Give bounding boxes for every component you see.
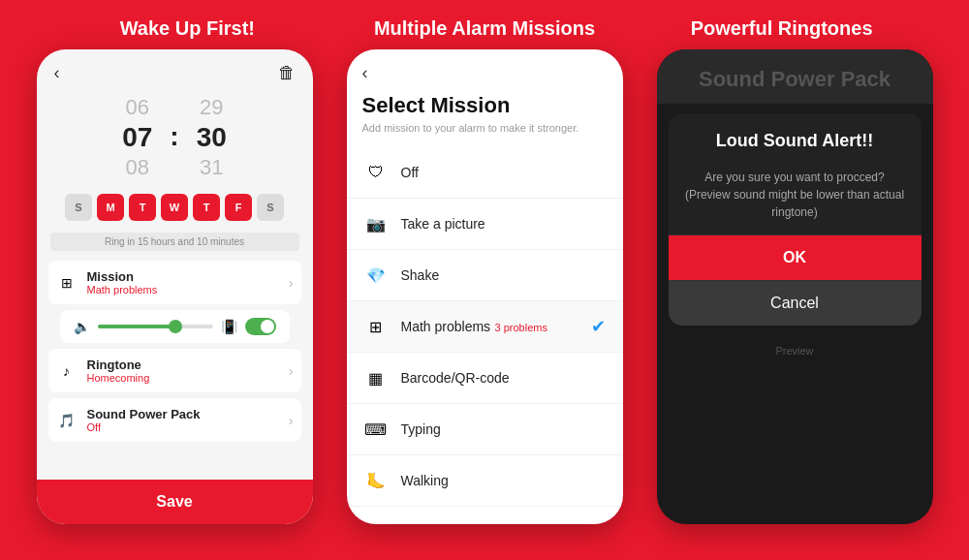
dialog-body: Are you sure you want to procced? (Previ…	[669, 169, 922, 234]
mission-sub-math: 3 problems	[495, 322, 547, 333]
time-picker: 06 07 08 : 29 30 31	[37, 89, 313, 186]
mission-setting[interactable]: ⊞ Mission Math problems ›	[48, 261, 301, 304]
barcode-icon: ▦	[364, 366, 388, 389]
sound-pack-setting[interactable]: 🎵 Sound Power Pack Off ›	[48, 398, 301, 442]
settings-list: ⊞ Mission Math problems › 🔈 📳 ♪	[37, 255, 313, 451]
day-selector: S M T W T F S	[37, 186, 313, 229]
mission-name-math: Math problems	[401, 319, 491, 334]
hour-current[interactable]: 07	[122, 122, 152, 153]
hour-col: 06 07 08	[122, 95, 152, 180]
dialog-overlay: Loud Sound Alert!! Are you sure you want…	[669, 113, 922, 326]
mission-item-typing[interactable]: ⌨ Typing	[347, 404, 623, 455]
shake-icon: 💎	[364, 264, 388, 287]
phone1-top-bar: ‹ 🗑	[37, 49, 313, 89]
save-button[interactable]: Save	[37, 480, 313, 524]
volume-row[interactable]: 🔈 📳	[60, 310, 290, 343]
ringtone-chevron: ›	[289, 363, 294, 379]
mission-icon: ⊞	[56, 272, 78, 294]
mission-item-barcode[interactable]: ▦ Barcode/QR-code	[347, 353, 623, 404]
preview-label: Preview	[671, 345, 920, 357]
mission-name-picture: Take a picture	[401, 216, 485, 232]
dialog-body-line2: (Preview sound might be lower than actua…	[684, 186, 906, 221]
minute-current[interactable]: 30	[197, 122, 227, 153]
minute-next: 31	[200, 155, 223, 180]
ringtone-icon: ♪	[56, 360, 78, 382]
volume-thumb	[169, 320, 182, 333]
ringtone-sub: Homecoming	[87, 372, 150, 384]
dialog-header: Loud Sound Alert!!	[669, 113, 922, 169]
mission-chevron: ›	[289, 275, 294, 291]
mission-back-arrow[interactable]: ‹	[362, 63, 608, 83]
phones-row: ‹ 🗑 06 07 08 : 29 30 31 S M T W T F S	[0, 49, 969, 560]
phone-ringtones: Sound Power Pack Loud Sound Alert!! Are …	[657, 49, 933, 524]
dialog-cancel-button[interactable]: Cancel	[669, 280, 922, 326]
mission-item-picture[interactable]: 📷 Take a picture	[347, 199, 623, 250]
mission-sub: Math problems	[87, 284, 158, 296]
mission-item-math[interactable]: ⊞ Math problems 3 problems ✔	[347, 301, 623, 353]
time-colon: :	[170, 121, 178, 152]
dialog-body-line1: Are you sure you want to procced?	[684, 169, 906, 186]
day-sat[interactable]: S	[257, 194, 284, 221]
ring-info: Ring in 15 hours and 10 minutes	[50, 233, 299, 251]
volume-high-icon: 📳	[221, 319, 237, 334]
camera-icon: 📷	[364, 212, 388, 235]
volume-toggle[interactable]	[245, 318, 276, 335]
off-icon: 🛡	[364, 161, 388, 184]
day-thu[interactable]: T	[193, 194, 220, 221]
mission-item-walking[interactable]: 🦶 Walking	[347, 455, 623, 507]
day-wed[interactable]: W	[161, 194, 188, 221]
walking-icon: 🦶	[364, 469, 388, 492]
phone-mission: ‹ Select Mission Add mission to your ala…	[347, 49, 623, 524]
sound-pack-chevron: ›	[289, 413, 294, 428]
preview-section: Preview	[657, 335, 933, 366]
ringtone-bg-title: Sound Power Pack	[671, 67, 920, 92]
ringtone-background: Sound Power Pack	[657, 49, 933, 104]
header-row: Wake Up First! Multiple Alarm Missions P…	[0, 0, 969, 49]
ringtone-label: Ringtone	[87, 358, 150, 372]
dialog-title: Loud Sound Alert!!	[684, 131, 906, 151]
mission-name-off: Off	[401, 165, 419, 180]
volume-low-icon: 🔈	[74, 319, 90, 334]
volume-slider[interactable]	[98, 325, 213, 328]
mission-subtitle: Add mission to your alarm to make it str…	[362, 122, 608, 134]
sound-pack-label: Sound Power Pack	[87, 407, 201, 421]
section-title-2: Multiple Alarm Missions	[349, 17, 620, 40]
mission-item-off[interactable]: 🛡 Off	[347, 147, 623, 199]
phone-wake-up: ‹ 🗑 06 07 08 : 29 30 31 S M T W T F S	[37, 49, 313, 524]
trash-icon[interactable]: 🗑	[278, 63, 296, 83]
back-arrow-icon[interactable]: ‹	[54, 63, 60, 83]
section-title-3: Powerful Ringtones	[646, 17, 918, 40]
mission-name-barcode: Barcode/QR-code	[401, 370, 510, 386]
mission-name-shake: Shake	[401, 267, 440, 283]
day-tue[interactable]: T	[129, 194, 156, 221]
hour-next: 08	[126, 155, 149, 180]
ringtone-setting[interactable]: ♪ Ringtone Homecoming ›	[48, 349, 301, 392]
math-icon: ⊞	[364, 315, 388, 338]
mission-check-icon: ✔	[591, 316, 606, 337]
mission-name-walking: Walking	[401, 473, 449, 488]
hour-prev: 06	[126, 95, 149, 120]
mission-name-typing: Typing	[401, 421, 441, 437]
minute-prev: 29	[200, 95, 223, 120]
day-fri[interactable]: F	[225, 194, 252, 221]
mission-header: ‹ Select Mission Add mission to your ala…	[347, 49, 623, 147]
mission-list: 🛡 Off 📷 Take a picture 💎 Shake	[347, 147, 623, 507]
mission-label: Mission	[87, 269, 158, 284]
mission-item-shake[interactable]: 💎 Shake	[347, 250, 623, 301]
typing-icon: ⌨	[364, 418, 388, 441]
sound-pack-sub: Off	[87, 421, 201, 433]
sound-pack-icon: 🎵	[56, 410, 78, 431]
day-mon[interactable]: M	[97, 194, 124, 221]
day-sun[interactable]: S	[65, 194, 92, 221]
dialog-ok-button[interactable]: OK	[669, 234, 922, 280]
mission-title: Select Mission	[362, 93, 608, 118]
section-title-1: Wake Up First!	[51, 17, 323, 40]
minute-col: 29 30 31	[197, 95, 227, 180]
